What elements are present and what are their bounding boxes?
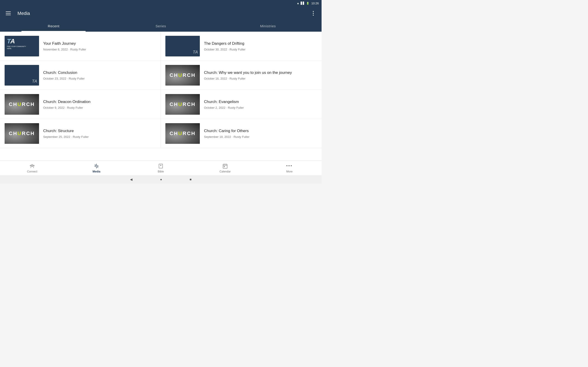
svg-point-1 [33,165,34,166]
thumbnail: CHURCH [5,94,39,115]
thumbnail: CHURCH [165,94,200,115]
media-meta: September 25, 2022 · Rusty Fuller [43,135,156,139]
thumbnail: CHURCH [5,123,39,144]
media-title: Church: Structure [43,128,156,133]
connect-label: Connect [27,170,37,173]
connect-icon [29,163,35,169]
media-meta: October 2, 2022 · Rusty Fuller [204,106,317,109]
media-info: Your Faith Journey November 6, 2022 · Ru… [43,41,156,51]
bible-label: Bible [158,170,164,173]
tab-recent[interactable]: Recent [0,20,107,32]
content-area: TA FIND YOUR COMMUNITYhere. Your Faith J… [0,32,321,161]
thumbnail: CHURCH [165,123,200,144]
battery-icon: 🔋 [306,2,309,5]
back-button[interactable]: ◀ [130,177,132,181]
menu-line-3 [6,15,11,15]
media-item[interactable]: CHURCH Church: Evangelism October 2, 202… [161,90,321,119]
status-bar: ▲ ▋▋ 🔋 10:26 [276,0,321,6]
media-meta: October 9, 2022 · Rusty Fuller [43,106,156,109]
media-meta: October 16, 2022 · Rusty Fuller [204,77,317,80]
signal-icon: ▋▋ [301,2,305,5]
nav-more[interactable]: ••• More [280,163,299,173]
media-item[interactable]: CHURCH Church: Why we want you to join u… [161,61,321,90]
app-bar: Media [0,6,321,20]
svg-rect-13 [223,164,227,168]
more-nav-icon: ••• [286,163,292,169]
menu-line-1 [6,11,11,12]
media-label: Media [93,170,100,173]
thumbnail: TA FIND YOUR COMMUNITYhere. [5,36,39,56]
media-info: Church: Deacon Ordination October 9, 202… [43,99,156,109]
svg-rect-17 [224,166,225,167]
nav-bible[interactable]: Bible [152,163,170,173]
media-info: Church: Conclusion October 23, 2022 · Ru… [43,70,156,80]
tab-series[interactable]: Series [107,20,215,32]
media-info: Church: Evangelism October 2, 2022 · Rus… [204,99,317,109]
home-button[interactable]: ● [160,177,162,181]
media-title: Church: Conclusion [43,70,156,75]
media-item[interactable]: TA Church: Conclusion October 23, 2022 ·… [0,61,161,90]
nav-calendar[interactable]: Calendar [216,163,234,173]
status-time: 10:26 [311,2,319,5]
media-title: Your Faith Journey [43,41,156,46]
media-title: Church: Deacon Ordination [43,99,156,104]
svg-point-2 [30,165,31,166]
nav-connect[interactable]: Connect [23,163,41,173]
media-item[interactable]: TA The Dangers of Drifting October 30, 2… [161,32,321,61]
svg-line-7 [97,167,98,168]
more-dot-3 [313,15,314,16]
menu-button[interactable] [4,9,13,18]
more-dot-1 [313,11,314,12]
more-options-button[interactable] [309,9,318,18]
menu-line-2 [6,13,11,14]
media-info: Church: Caring for Others September 18, … [204,128,317,138]
tab-bar: Recent Series Ministries [0,20,321,32]
media-grid: TA FIND YOUR COMMUNITYhere. Your Faith J… [0,32,321,148]
tab-ministries[interactable]: Ministries [214,20,321,32]
media-meta: September 18, 2022 · Rusty Fuller [204,135,317,139]
media-info: Church: Why we want you to join us on th… [204,70,317,80]
media-meta: November 6, 2022 · Rusty Fuller [43,48,156,51]
recents-button[interactable]: ■ [190,177,191,181]
media-title: Church: Why we want you to join us on th… [204,70,317,75]
status-icons: ▲ ▋▋ 🔋 [297,2,310,5]
nav-media[interactable]: Media [87,163,106,173]
media-title: The Dangers of Drifting [204,41,317,46]
media-meta: October 30, 2022 · Rusty Fuller [204,48,317,51]
media-item[interactable]: CHURCH Church: Structure September 25, 2… [0,119,161,148]
media-title: Church: Caring for Others [204,128,317,133]
status-bar-bg [0,0,321,6]
wifi-icon: ▲ [297,2,300,5]
thumbnail: TA [165,36,200,56]
bible-icon [158,163,164,169]
media-item[interactable]: CHURCH Church: Caring for Others Septemb… [161,119,321,148]
media-meta: October 23, 2022 · Rusty Fuller [43,77,156,80]
media-item[interactable]: TA FIND YOUR COMMUNITYhere. Your Faith J… [0,32,161,61]
more-dot-2 [313,13,314,14]
media-item[interactable]: CHURCH Church: Deacon Ordination October… [0,90,161,119]
media-icon [94,163,99,169]
bottom-nav: Connect Media Bible [0,161,321,175]
page-title: Media [17,11,309,16]
more-label: More [286,170,292,173]
media-info: The Dangers of Drifting October 30, 2022… [204,41,317,51]
thumbnail: TA [5,65,39,85]
svg-line-6 [95,164,95,165]
calendar-label: Calendar [220,170,231,173]
media-info: Church: Structure September 25, 2022 · R… [43,128,156,138]
system-nav-bar: ◀ ● ■ [0,175,321,184]
svg-point-3 [95,165,97,167]
media-title: Church: Evangelism [204,99,317,104]
calendar-icon [222,163,228,169]
thumbnail: CHURCH [165,65,200,85]
svg-point-0 [32,165,33,166]
